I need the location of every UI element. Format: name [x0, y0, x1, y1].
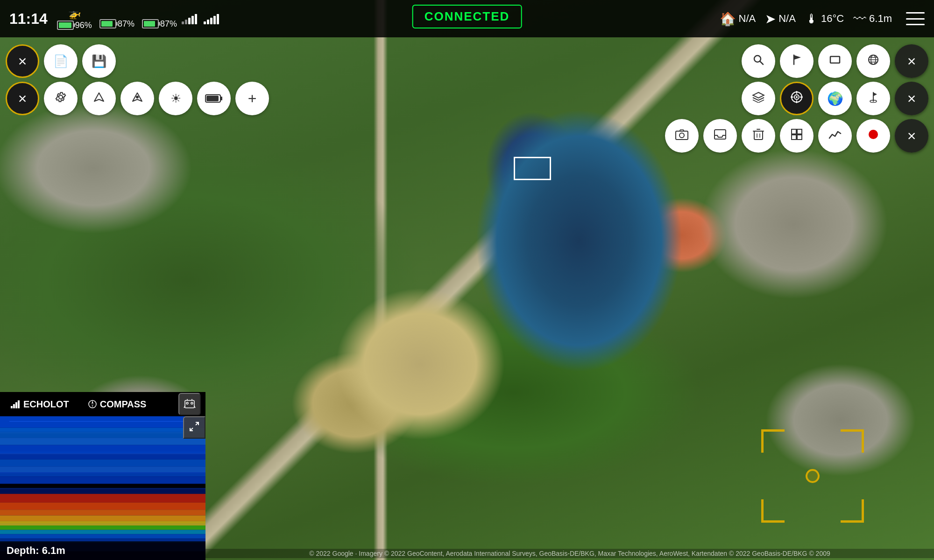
trash-btn[interactable] [742, 119, 775, 153]
world2-btn[interactable]: 🌍 [818, 82, 852, 115]
home-icon: 🏠 [720, 11, 736, 27]
svg-point-36 [869, 130, 878, 139]
svg-rect-40 [18, 400, 20, 408]
svg-rect-4 [220, 97, 222, 100]
layers-btn[interactable] [742, 82, 775, 115]
svg-rect-32 [792, 129, 796, 134]
svg-rect-67 [0, 503, 205, 510]
grid-icon [791, 128, 803, 144]
golf-btn[interactable] [856, 82, 890, 115]
svg-rect-39 [15, 402, 17, 408]
nav1-icon [93, 91, 105, 106]
globe-btn[interactable] [856, 44, 890, 78]
expand-btn[interactable] [183, 416, 205, 439]
battery-pill-icon [205, 91, 223, 106]
record-btn[interactable] [856, 119, 890, 153]
compass-tab[interactable]: COMPASS [82, 396, 152, 413]
svg-rect-84 [0, 489, 205, 489]
close-icon-r3: × [907, 127, 916, 145]
close-icon-r2: × [907, 90, 916, 107]
toolbar-left-row2: × ☀ [6, 82, 269, 115]
add-icon: + [248, 90, 257, 107]
svg-point-45 [186, 402, 188, 404]
chart-btn[interactable] [818, 119, 852, 153]
inbox-btn[interactable] [703, 119, 737, 153]
nav2-btn[interactable] [120, 82, 154, 115]
svg-rect-83 [0, 472, 205, 473]
rect-icon [829, 54, 841, 69]
svg-rect-72 [0, 530, 205, 534]
status-bar: 11:14 🚁 96% 87% [0, 0, 934, 37]
toolbar-right-row3: × [665, 119, 928, 153]
depth-text: Depth: 6.1m [7, 545, 65, 557]
svg-rect-35 [797, 135, 802, 140]
photo-btn[interactable] [665, 119, 699, 153]
target-btn[interactable] [780, 82, 814, 115]
location-icon: ➤ [765, 11, 776, 27]
svg-point-46 [191, 402, 193, 404]
status-depth: 〰 6.1m [853, 11, 892, 27]
toolbar-right-row1: × [742, 44, 928, 78]
add-btn[interactable]: + [235, 82, 269, 115]
battery-group: 🚁 96% 87% 87% [57, 7, 177, 30]
compass-icon [88, 399, 97, 409]
close-icon-1: × [18, 53, 27, 70]
rect-btn[interactable] [818, 44, 852, 78]
settings-icon [54, 91, 67, 107]
svg-rect-81 [0, 433, 205, 433]
brightness-btn[interactable]: ☀ [159, 82, 192, 115]
status-time: 11:14 [9, 10, 48, 28]
save-icon: 💾 [92, 54, 106, 69]
svg-point-25 [679, 133, 684, 138]
svg-rect-9 [830, 56, 840, 63]
close-btn-1[interactable]: × [6, 44, 39, 78]
bracket-corner-tl [761, 429, 785, 453]
battery-3: 87% [142, 9, 177, 29]
signal-bars-1 [182, 13, 197, 24]
world2-icon: 🌍 [827, 91, 843, 106]
svg-marker-43 [92, 404, 93, 408]
svg-rect-24 [676, 131, 688, 140]
echolot-tab1-label: ECHOLOT [23, 399, 69, 410]
svg-rect-69 [0, 516, 205, 521]
flag-btn[interactable] [780, 44, 814, 78]
echolot-chart-icon [10, 399, 21, 409]
menu-button[interactable] [906, 12, 925, 25]
echolot-tab[interactable]: ECHOLOT [5, 396, 75, 413]
svg-marker-42 [92, 400, 93, 404]
close-btn-2[interactable]: × [6, 82, 39, 115]
close-btn-r3[interactable]: × [895, 119, 928, 153]
search-btn[interactable] [742, 44, 775, 78]
bracket-corner-tr [841, 429, 864, 453]
nav1-btn[interactable] [82, 82, 116, 115]
svg-point-17 [796, 96, 798, 98]
inbox-icon [714, 128, 727, 143]
new-doc-btn[interactable]: 📄 [44, 44, 78, 78]
battery-fill-3 [144, 21, 155, 27]
battery-pct-3: 87% [160, 19, 177, 29]
svg-rect-33 [797, 129, 802, 134]
echolot-panel: ECHOLOT COMPASS [0, 392, 205, 560]
sonar-settings-btn[interactable] [178, 393, 201, 415]
svg-rect-37 [11, 406, 13, 408]
battery-pct-drone: 96% [75, 21, 92, 30]
svg-rect-59 [0, 454, 205, 459]
svg-rect-44 [185, 400, 194, 408]
close-btn-r1[interactable]: × [895, 44, 928, 78]
settings-btn[interactable] [44, 82, 78, 115]
svg-rect-82 [0, 454, 205, 454]
trash-icon [753, 128, 764, 144]
save-btn[interactable]: 💾 [82, 44, 116, 78]
svg-rect-5 [206, 96, 219, 101]
sonar-visualization [0, 416, 205, 560]
battery-btn[interactable] [197, 82, 231, 115]
svg-rect-34 [792, 135, 796, 140]
svg-rect-80 [9, 421, 187, 422]
close-btn-r2[interactable]: × [895, 82, 928, 115]
grid-btn[interactable] [780, 119, 814, 153]
close-icon-r1: × [907, 53, 916, 70]
bracket-center [806, 469, 820, 483]
drone-icon: 🚁 [68, 7, 81, 20]
svg-rect-60 [0, 459, 205, 466]
battery-fill-drone [59, 22, 71, 28]
